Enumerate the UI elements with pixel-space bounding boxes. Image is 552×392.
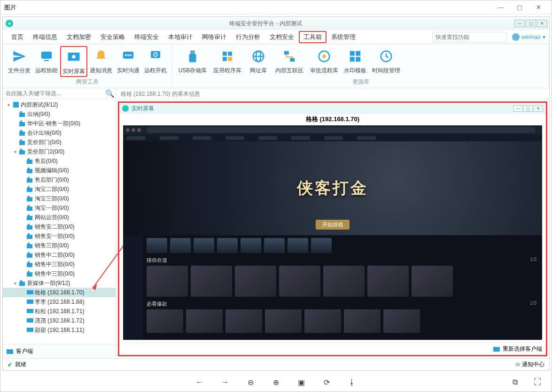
ribbon-watermark[interactable]: 水印模板 (342, 46, 369, 77)
svg-rect-12 (223, 52, 227, 56)
reselect-client-button[interactable]: 重新选择客户端 (503, 345, 542, 353)
menu-behavior[interactable]: 行为分析 (231, 31, 265, 43)
menu-system-manage[interactable]: 系统管理 (327, 31, 360, 43)
close-button[interactable]: ✕ (529, 1, 548, 14)
tree-client[interactable]: 李李 (192.168.1.68) (3, 297, 116, 307)
tree-node[interactable]: 竞价部门(0/0) (3, 138, 116, 147)
tree-client[interactable]: 甜甜 (192.168.1.11) (3, 325, 116, 335)
ribbon-approval-flow[interactable]: 审批流程库 (307, 46, 342, 77)
maximize-button[interactable]: ▢ (510, 1, 529, 14)
zoom-in-button[interactable]: ⊕ (271, 378, 280, 387)
tree-node[interactable]: 销售中三部(0/0) (3, 269, 116, 278)
svg-rect-19 (284, 51, 289, 55)
user-name: weimao (521, 34, 541, 40)
menu-terminal-info[interactable]: 终端信息 (28, 31, 62, 43)
tree-node[interactable]: 淘宝二部(0/0) (3, 184, 116, 194)
tree-node[interactable]: 售后(0/0) (3, 156, 116, 166)
zoom-out-button[interactable]: ⊖ (246, 378, 255, 387)
app-close-button[interactable]: ✕ (537, 20, 547, 27)
ribbon-remote-assist[interactable]: 远程协助 (33, 46, 60, 77)
quick-search-input[interactable] (432, 32, 507, 42)
next-button[interactable]: → (220, 378, 230, 386)
info-bar: 格格 (192.168.1.70) 的基本信息 (116, 88, 549, 100)
ribbon-app-lib[interactable]: 应用程序库 (210, 46, 245, 77)
svg-rect-26 (356, 57, 360, 61)
remote-screen-view[interactable]: 侠客打金 开始游戏 猜你在追1/3 必看爆款1/3 (123, 125, 542, 340)
menu-local-audit[interactable]: 本地审计 (163, 31, 197, 43)
check-icon: ✔ (8, 361, 12, 368)
svg-rect-33 (27, 328, 33, 332)
tree-client[interactable]: 粒粒 (192.168.1.71) (3, 307, 116, 316)
menu-doc-encrypt[interactable]: 文档加密 (62, 31, 96, 43)
ribbon-realtime-chat[interactable]: 实时沟通 (115, 46, 142, 77)
copy-button[interactable]: ⧉ (510, 378, 520, 386)
panel-close-button[interactable]: ✕ (534, 105, 543, 112)
tree-node[interactable]: 视频编辑(0/0) (3, 166, 116, 175)
ribbon-notify[interactable]: 通知消息 (87, 46, 115, 77)
svg-rect-30 (27, 300, 33, 304)
tree-node[interactable]: 售后部门(0/0) (3, 175, 116, 184)
tree-node[interactable]: 销售三部(0/0) (3, 241, 116, 250)
ribbon-usb-storage[interactable]: USB存储库 (175, 46, 210, 77)
minimize-button[interactable]: — (491, 1, 510, 14)
app-minimize-button[interactable]: — (514, 20, 525, 27)
tree-node[interactable]: ▾竞价部门2(0/0) (3, 147, 116, 156)
svg-rect-32 (27, 318, 33, 323)
tree-node[interactable]: 销售中三部(0/0) (3, 260, 116, 269)
menu-doc-security[interactable]: 文档安全 (265, 31, 299, 43)
ribbon-time-manage[interactable]: 时间段管理 (369, 46, 404, 77)
app-title: 终端安全管控平台 - 内部测试 (17, 20, 514, 28)
menu-toolbox[interactable]: 工具箱 (299, 31, 327, 43)
tree-node[interactable]: 网站运营(0/0) (3, 213, 116, 222)
app-maximize-button[interactable]: ▢ (526, 20, 536, 27)
sidebar-tab-clients[interactable]: 客户端 (3, 344, 116, 358)
tree-node[interactable]: 华中区-销售一部(0/0) (3, 119, 116, 128)
svg-point-5 (125, 54, 127, 56)
app-logo-icon: ✦ (6, 20, 13, 27)
svg-point-6 (127, 54, 129, 56)
tree-node[interactable]: 会计出纳(0/0) (3, 128, 116, 138)
menu-network-audit[interactable]: 网络审计 (197, 31, 231, 43)
tree-root[interactable]: ▾内部测试(9/12) (3, 100, 116, 109)
panel-maximize-button[interactable]: ▢ (523, 105, 533, 112)
search-icon[interactable]: 🔍 (104, 88, 116, 99)
hero-button: 开始游戏 (316, 220, 350, 230)
ribbon-url-lib[interactable]: 网址库 (245, 46, 272, 77)
svg-rect-1 (44, 60, 49, 61)
tree-node[interactable]: 淘宝一部(0/0) (3, 203, 116, 213)
svg-rect-0 (41, 52, 52, 59)
svg-point-7 (130, 54, 132, 56)
tree-node[interactable]: 销售安一部(0/0) (3, 231, 116, 241)
panel-minimize-button[interactable]: — (513, 105, 522, 112)
menu-home[interactable]: 首页 (7, 31, 28, 43)
ribbon-remote-poweron[interactable]: 远程开机 (142, 46, 169, 77)
ribbon-internal-net[interactable]: 内部互联区 (272, 46, 307, 77)
fit-button[interactable]: ▣ (296, 378, 306, 387)
menu-terminal-security[interactable]: 终端安全 (130, 31, 163, 43)
tree-node[interactable]: 出纳(0/0) (3, 109, 116, 119)
svg-point-22 (322, 54, 326, 58)
menu-security-policy[interactable]: 安全策略 (96, 31, 130, 43)
org-tree[interactable]: ▾内部测试(9/12) 出纳(0/0) 华中区-销售一部(0/0) 会计出纳(0… (3, 99, 116, 344)
user-menu[interactable]: weimao ▾ (512, 33, 545, 41)
tree-node[interactable]: 淘宝三部(0/0) (3, 194, 116, 203)
avatar-icon (512, 33, 520, 41)
sidebar: 🔍 ▾内部测试(9/12) 出纳(0/0) 华中区-销售一部(0/0) 会计出纳… (3, 88, 116, 358)
tree-node[interactable]: 销售中二部(0/0) (3, 250, 116, 260)
fullscreen-button[interactable]: ⛶ (533, 378, 542, 386)
tree-client-selected[interactable]: 格格 (192.168.1.70) (3, 288, 116, 297)
ribbon-realtime-screen[interactable]: 实时屏幕 (60, 46, 87, 77)
ribbon-file-distribute[interactable]: 文件分发 (6, 46, 33, 77)
monitor-icon (493, 347, 500, 352)
notice-center-button[interactable]: 通知中心 (522, 361, 544, 369)
svg-rect-31 (27, 309, 33, 313)
tree-node[interactable]: ▾新媒体一部(9/12) (3, 278, 116, 288)
prev-button[interactable]: ← (195, 378, 204, 386)
tree-client[interactable]: 茂茂 (192.168.1.72) (3, 316, 116, 325)
svg-rect-11 (189, 54, 196, 62)
tree-node[interactable]: 销售安二部(0/0) (3, 222, 116, 231)
rotate-button[interactable]: ⟳ (322, 378, 331, 387)
svg-rect-10 (190, 51, 195, 54)
download-button[interactable]: ⭳ (347, 378, 357, 386)
sidebar-filter-input[interactable] (3, 88, 104, 99)
